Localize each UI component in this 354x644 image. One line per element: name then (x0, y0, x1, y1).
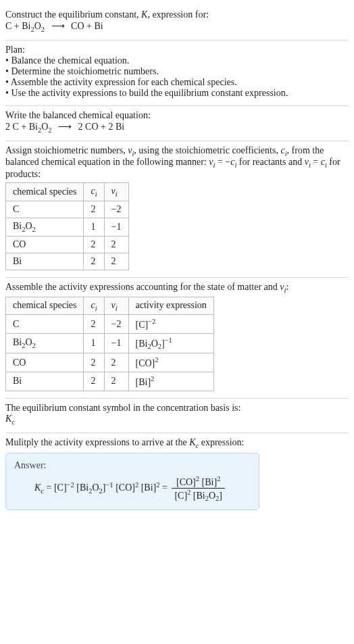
cell-species: Bi2O2 (6, 218, 84, 236)
table-row: CO 2 2 [CO]2 (6, 353, 214, 372)
exp-C: −2 (67, 481, 74, 489)
eq-lhs-2: O (34, 21, 41, 31)
stoich-text-b: , using the stoichiometric coefficients, (134, 145, 280, 155)
symbol-Kc: Kc (5, 414, 349, 426)
term-Bi: [Bi] (138, 483, 156, 493)
fraction-numerator: [CO]2 [Bi]2 (172, 475, 225, 489)
balanced-section: Write the balanced chemical equation: 2 … (5, 106, 349, 141)
symbol-section: The equilibrium constant symbol in the c… (5, 399, 349, 433)
col-ci: ci (84, 297, 104, 315)
cell-ci: 1 (84, 334, 104, 353)
equals: = (44, 483, 54, 493)
arrow-icon: ⟶ (47, 21, 69, 31)
answer-box: Answer: Kc = [C]−2 [Bi2O2]−1 [CO]2 [Bi]2… (5, 453, 259, 510)
final-heading-a: Mulitply the activity expressions to arr… (5, 437, 189, 447)
table-header-row: chemical species ci νi (6, 183, 129, 201)
activity-section: Assemble the activity expressions accoun… (5, 278, 349, 399)
stoich-text: Assign stoichiometric numbers, νi, using… (5, 145, 349, 180)
stoich-rule-prod: = (311, 157, 321, 167)
intro-section: Construct the equilibrium constant, K, e… (5, 5, 349, 41)
table-row: Bi2O2 1 −1 [Bi2O2]−1 (6, 334, 214, 353)
cell-vi: −2 (104, 315, 128, 334)
unbalanced-equation: C + Bi2O2 ⟶ CO + Bi (5, 20, 349, 33)
intro-K: K (141, 9, 147, 20)
stoich-text-a: Assign stoichiometric numbers, (5, 145, 128, 155)
stoich-text-d: for reactants and (236, 157, 304, 167)
fraction-denominator: [C]2 [Bi2O2] (172, 489, 225, 502)
cell-species: C (6, 201, 84, 218)
equals: = (159, 483, 170, 493)
cell-ci: 2 (84, 236, 104, 253)
cell-vi: 2 (104, 236, 128, 253)
bal-lhs-b: O (41, 122, 48, 132)
col-vi: νi (104, 183, 128, 201)
cell-ci: 2 (84, 372, 104, 391)
activity-heading-a: Assemble the activity expressions accoun… (5, 282, 280, 292)
K-symbol: K (189, 437, 195, 447)
term-CO: [CO] (113, 483, 135, 493)
table-row: C 2 −2 (6, 201, 129, 218)
stoich-table: chemical species ci νi C 2 −2 Bi2O2 1 −1… (5, 182, 129, 270)
balanced-heading: Write the balanced chemical equation: (5, 110, 349, 121)
cell-ae: [Bi2O2]−1 (128, 334, 213, 353)
cell-species: Bi (6, 372, 84, 391)
table-row: Bi2O2 1 −1 (6, 218, 129, 236)
activity-heading: Assemble the activity expressions accoun… (5, 282, 349, 294)
term-Bi2O2-b: O (92, 483, 99, 493)
col-vi: νi (104, 297, 128, 315)
col-species: chemical species (6, 183, 84, 201)
exp-Bi2O2: −1 (105, 481, 113, 489)
cell-vi: −1 (104, 334, 128, 353)
term-Bi2O2-a: [Bi (74, 483, 88, 493)
stoich-section: Assign stoichiometric numbers, νi, using… (5, 141, 349, 278)
plan-heading: Plan: (5, 45, 349, 55)
cell-species: CO (6, 236, 84, 253)
term-C: [C] (54, 483, 67, 493)
final-section: Mulitply the activity expressions to arr… (5, 433, 349, 517)
cell-ci: 2 (84, 353, 104, 372)
intro-text-1: Construct the equilibrium constant, (5, 9, 141, 20)
plan-bullet-3: • Assemble the activity expression for e… (5, 77, 349, 88)
cell-ci: 2 (84, 253, 104, 270)
cell-species: Bi2O2 (6, 334, 84, 353)
stoich-rule-react: = − (215, 157, 230, 167)
intro-text-1b: , expression for: (147, 9, 209, 20)
cell-vi: −2 (104, 201, 128, 218)
eq-lhs-1: C + Bi (5, 21, 30, 31)
plan-bullet-2: • Determine the stoichiometric numbers. (5, 66, 349, 77)
eq-rhs: CO + Bi (71, 21, 103, 31)
col-ae: activity expression (128, 297, 213, 315)
cell-vi: 2 (104, 353, 128, 372)
cell-vi: −1 (104, 218, 128, 236)
fraction: [CO]2 [Bi]2[C]2 [Bi2O2] (172, 475, 225, 502)
symbol-text: The equilibrium constant symbol in the c… (5, 403, 349, 414)
table-row: Bi 2 2 (6, 253, 129, 270)
answer-expression: Kc = [C]−2 [Bi2O2]−1 [CO]2 [Bi]2 = [CO]2… (14, 475, 251, 502)
table-row: C 2 −2 [C]−2 (6, 315, 214, 334)
cell-ci: 2 (84, 315, 104, 334)
bal-rhs: 2 CO + 2 Bi (78, 122, 125, 132)
cell-species: Bi (6, 253, 84, 270)
table-header-row: chemical species ci νi activity expressi… (6, 297, 214, 315)
table-row: CO 2 2 (6, 236, 129, 253)
cell-ci: 2 (84, 201, 104, 218)
K-symbol: K (5, 414, 11, 424)
final-heading-b: expression: (199, 437, 244, 447)
plan-bullet-1: • Balance the chemical equation. (5, 55, 349, 66)
bal-lhs-a: 2 C + Bi (5, 122, 38, 132)
col-species: chemical species (6, 297, 84, 315)
c-subscript: c (11, 418, 15, 426)
arrow-icon: ⟶ (54, 122, 76, 132)
answer-label: Answer: (14, 460, 251, 471)
cell-vi: 2 (104, 372, 128, 391)
cell-vi: 2 (104, 253, 128, 270)
cell-species: CO (6, 353, 84, 372)
cell-ae: [Bi]2 (128, 372, 213, 391)
activity-heading-b: : (286, 282, 288, 292)
balanced-equation: 2 C + Bi2O2 ⟶ 2 CO + 2 Bi (5, 121, 349, 134)
cell-ae: [CO]2 (128, 353, 213, 372)
K-symbol: K (34, 483, 41, 493)
cell-ae: [C]−2 (128, 315, 213, 334)
activity-table: chemical species ci νi activity expressi… (5, 297, 214, 391)
final-heading: Mulitply the activity expressions to arr… (5, 437, 349, 449)
